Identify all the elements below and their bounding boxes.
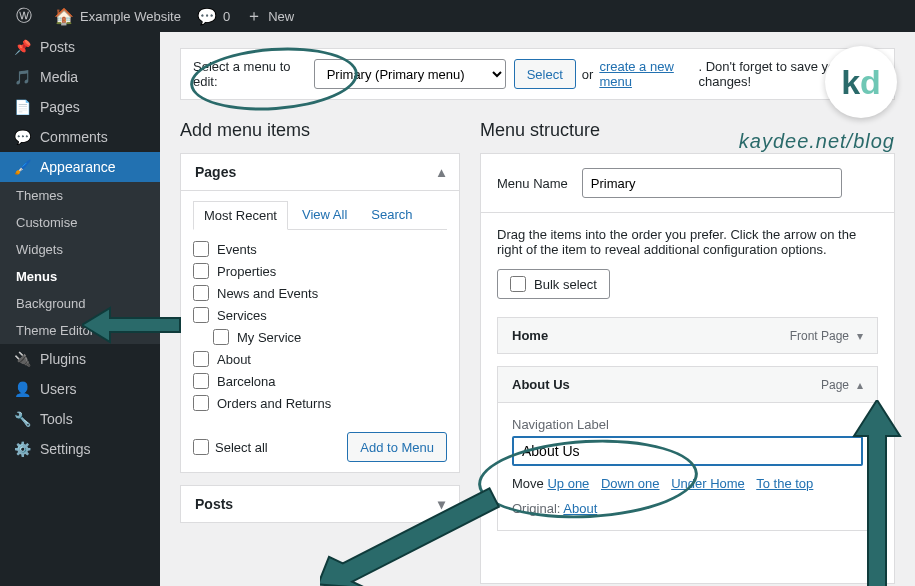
main-content: Select a menu to edit: Primary (Primary … (160, 32, 915, 584)
comment-icon: 💬 (12, 129, 32, 145)
site-home-link[interactable]: 🏠Example Website (46, 0, 189, 32)
move-row: Move Up one Down one Under Home To the t… (512, 476, 863, 491)
tab-view-all[interactable]: View All (292, 201, 357, 229)
watermark-text: kaydee.net/blog (739, 130, 895, 153)
comment-bubble-icon: 💬 (197, 7, 217, 26)
page-checkbox[interactable] (193, 263, 209, 279)
menu-dropdown[interactable]: Primary (Primary menu) (314, 59, 506, 89)
wp-logo-icon: ⓦ (16, 6, 32, 27)
menu-item-title: About Us (512, 377, 570, 392)
wp-logo[interactable]: ⓦ (8, 0, 46, 32)
new-content-link[interactable]: ＋New (238, 0, 302, 32)
or-text: or (582, 67, 594, 82)
site-title: Example Website (80, 9, 181, 24)
triangle-up-icon: ▴ (438, 164, 445, 180)
move-up-link[interactable]: Up one (547, 476, 589, 491)
kd-logo-badge: kd (825, 46, 897, 118)
page-checkbox[interactable] (193, 351, 209, 367)
comments-link[interactable]: 💬0 (189, 0, 238, 32)
sidebar-item-users[interactable]: 👤Users (0, 374, 160, 404)
add-to-menu-button[interactable]: Add to Menu (347, 432, 447, 462)
menu-name-row: Menu Name (480, 153, 895, 213)
pages-accordion: Pages ▴ Most Recent View All Search Even… (180, 153, 460, 473)
submenu-themes[interactable]: Themes (0, 182, 160, 209)
page-item[interactable]: My Service (193, 326, 443, 348)
page-item[interactable]: Events (193, 238, 443, 260)
create-menu-link[interactable]: create a new menu (599, 59, 698, 89)
plug-icon: 🔌 (12, 351, 32, 367)
triangle-up-icon[interactable]: ▴ (857, 378, 863, 392)
user-icon: 👤 (12, 381, 32, 397)
menu-select-bar: Select a menu to edit: Primary (Primary … (180, 48, 895, 100)
move-top-link[interactable]: To the top (756, 476, 813, 491)
bulk-select-toggle[interactable]: Bulk select (497, 269, 610, 299)
submenu-customise[interactable]: Customise (0, 209, 160, 236)
page-item[interactable]: About (193, 348, 443, 370)
brush-icon: 🖌️ (12, 159, 32, 175)
svg-marker-0 (82, 308, 180, 342)
menu-item-about-us[interactable]: About Us Page▴ (497, 366, 878, 403)
tab-search[interactable]: Search (361, 201, 422, 229)
sidebar-item-tools[interactable]: 🔧Tools (0, 404, 160, 434)
home-icon: 🏠 (54, 7, 74, 26)
page-checkbox[interactable] (193, 373, 209, 389)
sidebar-item-appearance[interactable]: 🖌️Appearance (0, 152, 160, 182)
svg-marker-1 (320, 483, 499, 586)
sidebar-item-pages[interactable]: 📄Pages (0, 92, 160, 122)
annotation-arrow (842, 400, 912, 586)
sidebar-item-media[interactable]: 🎵Media (0, 62, 160, 92)
triangle-down-icon[interactable]: ▾ (857, 329, 863, 343)
page-checkbox[interactable] (213, 329, 229, 345)
select-menu-label: Select a menu to edit: (193, 59, 306, 89)
menu-item-settings: Navigation Label Move Up one Down one Un… (497, 403, 878, 531)
page-item[interactable]: Orders and Returns (193, 392, 443, 414)
page-item[interactable]: Services (193, 304, 443, 326)
plus-icon: ＋ (246, 6, 262, 27)
bulk-select-checkbox[interactable] (510, 276, 526, 292)
pin-icon: 📌 (12, 39, 32, 55)
page-item[interactable]: News and Events (193, 282, 443, 304)
menu-item-home[interactable]: Home Front Page▾ (497, 317, 878, 354)
menu-name-label: Menu Name (497, 176, 568, 191)
page-icon: 📄 (12, 99, 32, 115)
admin-bar: ⓦ 🏠Example Website 💬0 ＋New (0, 0, 915, 32)
sidebar-item-posts[interactable]: 📌Posts (0, 32, 160, 62)
tab-most-recent[interactable]: Most Recent (193, 201, 288, 230)
comments-count: 0 (223, 9, 230, 24)
original-link[interactable]: About (563, 501, 597, 516)
menu-name-input[interactable] (582, 168, 842, 198)
page-checkbox[interactable] (193, 395, 209, 411)
wrench-icon: 🔧 (12, 411, 32, 427)
sidebar-item-comments[interactable]: 💬Comments (0, 122, 160, 152)
settings-icon: ⚙️ (12, 441, 32, 457)
page-item[interactable]: Properties (193, 260, 443, 282)
sidebar-item-settings[interactable]: ⚙️Settings (0, 434, 160, 464)
add-items-heading: Add menu items (180, 120, 460, 141)
svg-marker-2 (854, 400, 900, 586)
original-row: Original: About (512, 501, 863, 516)
move-down-link[interactable]: Down one (601, 476, 660, 491)
nav-label-input[interactable] (512, 436, 863, 466)
annotation-arrow (320, 470, 520, 586)
pages-tabs: Most Recent View All Search (193, 201, 447, 230)
page-checklist[interactable]: Events Properties News and Events Servic… (193, 238, 447, 414)
page-item[interactable]: Barcelona (193, 370, 443, 392)
page-checkbox[interactable] (193, 307, 209, 323)
select-all-checkbox[interactable]: Select all (193, 439, 268, 455)
new-label: New (268, 9, 294, 24)
select-button[interactable]: Select (514, 59, 576, 89)
move-under-link[interactable]: Under Home (671, 476, 745, 491)
menu-structure-body: Drag the items into the order you prefer… (480, 213, 895, 584)
instructions-text: Drag the items into the order you prefer… (497, 227, 878, 257)
nav-label-label: Navigation Label (512, 417, 863, 432)
page-checkbox[interactable] (193, 285, 209, 301)
submenu-widgets[interactable]: Widgets (0, 236, 160, 263)
pages-accordion-header[interactable]: Pages ▴ (181, 154, 459, 191)
menu-item-type: Page▴ (821, 378, 863, 392)
menu-structure-column: Menu structure Menu Name Drag the items … (480, 120, 895, 584)
submenu-menus[interactable]: Menus (0, 263, 160, 290)
page-checkbox[interactable] (193, 241, 209, 257)
media-icon: 🎵 (12, 69, 32, 85)
annotation-arrow (82, 300, 182, 350)
menu-item-type: Front Page▾ (790, 329, 863, 343)
